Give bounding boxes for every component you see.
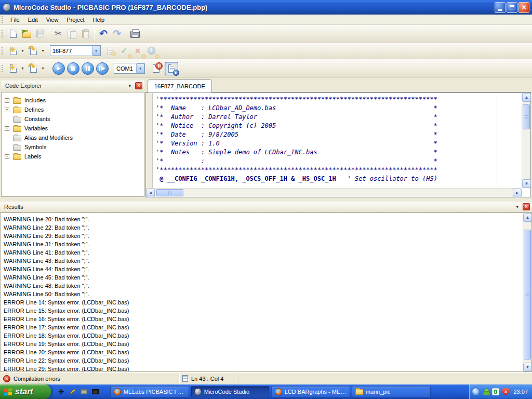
result-line[interactable]: ERROR Line 20: Syntax error. (LCDbar_INC… — [1, 348, 531, 356]
verify-button[interactable]: ✓ — [117, 44, 131, 58]
result-line[interactable]: WARNING Line 48: Bad token ";". — [1, 282, 531, 290]
result-line[interactable]: WARNING Line 20: Bad token ";". — [1, 215, 531, 223]
combo-dropdown-icon[interactable]: ▾ — [136, 63, 144, 73]
taskbar-button-microcode[interactable]: MicroCode Studio — [191, 386, 270, 397]
expand-icon[interactable]: + — [5, 98, 9, 103]
scroll-right-icon[interactable]: ► — [513, 189, 522, 197]
scroll-left-icon[interactable]: ◄ — [146, 189, 155, 197]
compile-button[interactable]: ↷ — [26, 44, 40, 58]
serial-window-button[interactable]: ▶ — [165, 62, 178, 75]
tree-item-symbols[interactable]: Symbols — [3, 142, 143, 152]
quicklaunch-plane-icon[interactable]: ✈ — [58, 388, 64, 396]
compile-program-button[interactable] — [104, 44, 117, 58]
result-line[interactable]: WARNING Line 45: Bad token ";". — [1, 273, 531, 282]
tray-security-shield-icon[interactable]: × — [502, 388, 509, 396]
editor-vscrollbar[interactable]: ▲ ▼ — [522, 93, 530, 188]
undo-button[interactable]: ↶ — [97, 27, 110, 41]
result-line[interactable]: ERROR Line 15: Syntax error. (LCDbar_INC… — [1, 307, 531, 315]
program-button[interactable]: ↷ — [26, 62, 40, 75]
scroll-up-icon[interactable]: ▲ — [523, 213, 532, 222]
quicklaunch-chip-icon[interactable] — [81, 389, 87, 394]
expand-icon[interactable]: + — [5, 154, 9, 159]
editor-hscrollbar[interactable]: ◄ ► — [146, 188, 522, 197]
scroll-down-icon[interactable]: ▼ — [523, 363, 532, 371]
abort-button[interactable]: × — [131, 44, 144, 58]
result-line[interactable]: ERROR Line 18: Syntax error. (LCDbar_INC… — [1, 331, 531, 340]
run-button[interactable]: ▶ — [52, 62, 65, 75]
open-file-button[interactable]: ➤ — [20, 27, 33, 41]
program-dropdown[interactable]: ▾ — [40, 62, 46, 75]
panel-menu-icon[interactable]: ▾ — [128, 83, 131, 88]
new-window-button[interactable]: ✳ — [6, 62, 20, 75]
toolbar-grip[interactable] — [2, 16, 3, 23]
code-editor[interactable]: '***************************************… — [145, 92, 531, 197]
vscroll-thumb[interactable] — [523, 104, 530, 129]
result-line[interactable]: WARNING Line 44: Bad token ";". — [1, 265, 531, 273]
vscroll-thumb[interactable] — [524, 230, 531, 360]
new-file-button[interactable] — [6, 27, 20, 41]
tray-app-icon[interactable] — [492, 388, 499, 395]
result-line[interactable]: WARNING Line 31: Bad token ";". — [1, 240, 531, 248]
menu-view[interactable]: View — [42, 16, 63, 24]
break-button[interactable] — [149, 62, 163, 75]
result-line[interactable]: ERROR Line 17: Syntax error. (LCDbar_INC… — [1, 323, 531, 331]
combo-dropdown-icon[interactable]: ▾ — [92, 46, 100, 56]
tree-item-includes[interactable]: + Includes — [3, 96, 143, 105]
tray-collapse-icon[interactable]: ‹ — [472, 388, 480, 396]
tree-item-variables[interactable]: + Variables — [3, 124, 143, 133]
stop-button[interactable] — [67, 62, 79, 75]
result-line[interactable]: ERROR Line 29: Syntax error. (LCDbar_INC… — [1, 365, 531, 372]
programmer-info-button[interactable]: i — [144, 44, 158, 58]
result-line[interactable]: ERROR Line 22: Syntax error. (LCDbar_INC… — [1, 356, 531, 365]
result-line[interactable]: WARNING Line 29: Bad token ";". — [1, 232, 531, 240]
copy-button[interactable] — [65, 27, 78, 41]
step-button[interactable]: ▶ — [96, 62, 109, 75]
code-text[interactable]: '***************************************… — [156, 95, 521, 188]
menu-edit[interactable]: Edit — [24, 16, 42, 24]
com-port-combobox[interactable]: COM1 ▾ — [114, 63, 145, 74]
panel-menu-icon[interactable]: ▾ — [516, 204, 518, 209]
taskbar-button-marinpic[interactable]: marin_pic — [352, 386, 431, 397]
new-project-dropdown[interactable]: ▾ — [20, 44, 25, 58]
toolbar-grip[interactable] — [2, 65, 3, 72]
result-line[interactable]: ERROR Line 19: Syntax error. (LCDbar_INC… — [1, 340, 531, 348]
panel-close-button[interactable]: × — [523, 203, 530, 210]
editor-tab[interactable]: 16F877_BARCODE — [148, 79, 212, 92]
compile-dropdown[interactable]: ▾ — [40, 44, 46, 58]
result-line[interactable]: WARNING Line 50: Bad token ";". — [1, 290, 531, 298]
results-vscrollbar[interactable]: ▲ ▼ — [523, 213, 531, 371]
scroll-up-icon[interactable]: ▲ — [522, 93, 531, 102]
toolbar-grip[interactable] — [2, 47, 3, 55]
result-line[interactable]: WARNING Line 41: Bad token ";". — [1, 248, 531, 257]
hscroll-thumb[interactable] — [156, 189, 183, 196]
panel-close-button[interactable]: × — [135, 82, 142, 89]
paste-button[interactable] — [78, 27, 92, 41]
result-line[interactable]: WARNING Line 22: Bad token ";". — [1, 223, 531, 232]
menu-help[interactable]: Help — [89, 16, 109, 24]
result-line[interactable]: ERROR Line 16: Syntax error. (LCDbar_INC… — [1, 315, 531, 323]
minimize-button[interactable] — [495, 2, 506, 13]
expand-icon[interactable]: + — [5, 126, 9, 131]
device-combobox[interactable]: 16F877 ▾ — [50, 45, 101, 56]
restore-button[interactable] — [507, 2, 517, 13]
close-button[interactable]: × — [518, 2, 529, 13]
menu-file[interactable]: File — [6, 16, 24, 24]
result-line[interactable]: WARNING Line 43: Bad token ";". — [1, 257, 531, 265]
menu-project[interactable]: Project — [62, 16, 88, 24]
pause-button[interactable] — [82, 62, 94, 75]
tree-item-labels[interactable]: + Labels — [3, 152, 143, 161]
tray-messenger-icon[interactable] — [483, 389, 489, 395]
tree-item-defines[interactable]: + Defines — [3, 105, 143, 114]
new-window-dropdown[interactable]: ▾ — [20, 62, 25, 75]
tree-item-constants[interactable]: Constants — [3, 114, 143, 124]
toolbar-grip[interactable] — [2, 30, 3, 37]
new-project-button[interactable]: ✳ — [6, 44, 20, 58]
print-button[interactable] — [128, 27, 142, 41]
cut-button[interactable]: ✂ — [51, 27, 65, 41]
save-button[interactable] — [33, 27, 47, 41]
taskbar-button-melabs[interactable]: MELabs PICBASIC Fo... — [110, 386, 189, 397]
result-line[interactable]: ERROR Line 14: Syntax error. (LCDbar_INC… — [1, 298, 531, 307]
quicklaunch-pen-icon[interactable] — [69, 389, 76, 394]
redo-button[interactable]: ↷ — [110, 27, 124, 41]
start-button[interactable]: start — [0, 384, 51, 399]
